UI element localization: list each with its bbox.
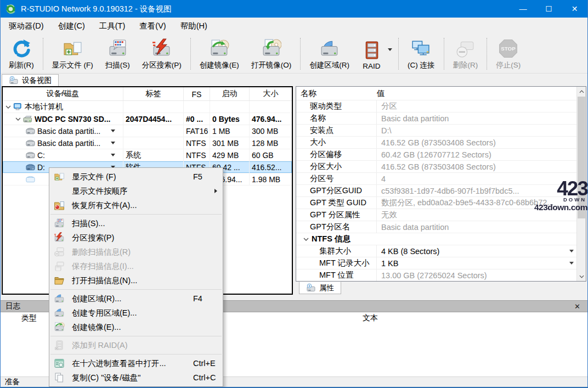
device-table-col-header[interactable]: 大小	[250, 87, 292, 100]
partition-search-icon	[151, 38, 172, 59]
property-row: 驱动类型分区	[296, 100, 586, 112]
property-name: 分区大小	[296, 161, 377, 172]
toolbar-create-image-label: 创建镜像(E)	[200, 60, 239, 70]
device-table-col-header[interactable]: FS	[184, 87, 210, 100]
toolbar-create-image-button[interactable]: 创建镜像(E)	[194, 36, 245, 71]
row-dropdown-icon[interactable]	[111, 130, 115, 132]
log-close-icon[interactable]: ✕	[572, 302, 583, 311]
menu-item-shortcut: Ctrl+C	[193, 373, 219, 382]
connect-icon	[411, 38, 431, 59]
maximize-button[interactable]: ☐	[536, 0, 562, 18]
context-menu-item-create-region[interactable]: 创建区域(R)...F4	[49, 291, 223, 306]
context-menu-item-create-image[interactable]: 创建镜像(E)...	[49, 320, 223, 334]
row-dropdown-icon[interactable]	[111, 154, 115, 156]
menu-item-label: 添加到 RAID(A)	[72, 340, 193, 351]
label-cell	[123, 137, 184, 149]
tree-row[interactable]: Basic data partiti...NTFS301 MB128 MB	[3, 137, 292, 149]
partition-icon	[26, 139, 35, 147]
label-cell: 2047D4454...	[123, 113, 184, 125]
expander-chevron-icon[interactable]	[15, 117, 21, 121]
context-menu: 显示文件 (F)F5显示文件按顺序恢复所有文件(A)...扫描(S)...分区搜…	[49, 167, 223, 387]
value-dropdown-icon[interactable]	[569, 250, 574, 252]
menubar-item-create[interactable]: 创建(C)	[51, 18, 92, 34]
property-name: GPT 类型 GUID	[296, 197, 377, 209]
property-value[interactable]: 1 KB	[377, 259, 586, 268]
toolbar-create-region-button[interactable]: 创建区域(R)	[303, 36, 355, 71]
property-name: GPT分区GUID	[296, 185, 377, 196]
tab-bar: i 设备视图	[1, 74, 587, 86]
property-name: 大小	[296, 137, 377, 148]
property-name: 名称	[296, 113, 377, 124]
scan-icon	[54, 218, 65, 229]
menu-item-label: 分区搜索(P)	[72, 233, 193, 243]
toolbar-separator	[398, 38, 399, 70]
partition-blue-icon	[26, 163, 35, 171]
scroll-down-icon[interactable]	[577, 272, 586, 281]
toolbar-open-image-button[interactable]: 打开镜像(O)	[245, 36, 298, 71]
menu-item-label: 创建区域(R)...	[72, 294, 193, 304]
menubar-item-tools[interactable]: 工具(T)	[92, 18, 133, 34]
close-button[interactable]: ✕	[562, 0, 587, 18]
toolbar-connect-button[interactable]: (C) 连接	[402, 36, 441, 71]
toolbar-partition-search-button[interactable]: 分区搜索(P)	[136, 36, 188, 71]
toolbar-raid-dropdown-arrow[interactable]	[388, 36, 395, 71]
property-name-text: GPT分区名	[310, 222, 350, 232]
menu-separator	[50, 336, 222, 336]
device-name: Basic data partiti...	[37, 139, 100, 148]
toolbar-delete-button: 删除(R)	[447, 36, 484, 71]
context-menu-item-copy[interactable]: 复制(C) "设备/磁盘"Ctrl+C	[49, 370, 223, 385]
context-menu-item-partition-search[interactable]: 分区搜索(P)	[49, 230, 223, 245]
device-table-col-header[interactable]: 标签	[123, 87, 184, 100]
menu-item-label: 扫描(S)...	[72, 218, 193, 229]
properties-col-name[interactable]: 名称	[296, 88, 377, 99]
menu-item-label: 复制(C) "设备/磁盘"	[72, 373, 193, 383]
toolbar-scan-button[interactable]: 扫描(S)	[99, 36, 136, 71]
scroll-up-icon[interactable]	[577, 87, 586, 96]
section-chevron-icon[interactable]	[303, 238, 309, 241]
toolbar-raid-button[interactable]: RAID	[355, 36, 388, 71]
tree-row[interactable]: C:系统NTFS429 MB60 GB	[3, 149, 292, 161]
property-name-text: 名称	[310, 113, 326, 123]
tree-row[interactable]: WDC PC SN730 SD...2047D4454...#0 ...0 By…	[3, 113, 292, 125]
tree-row[interactable]: 本地计算机	[3, 101, 292, 113]
toolbar-create-region-label: 创建区域(R)	[309, 60, 349, 70]
partition-search-icon	[54, 232, 65, 243]
menubar-item-drives[interactable]: 驱动器(D)	[2, 18, 51, 34]
toolbar-show-files-button[interactable]: 显示文件 (F)	[46, 36, 99, 71]
property-name-text: GPT 类型 GUID	[310, 198, 366, 208]
property-value-text: 4 KB (8 Sectors)	[381, 247, 439, 256]
toolbar-refresh-button[interactable]: 刷新(R)	[3, 36, 40, 71]
menu-item-label: 保存扫描信息(I)...	[72, 261, 193, 272]
menubar-item-help[interactable]: 帮助(H)	[173, 18, 214, 34]
tab-device-view[interactable]: i 设备视图	[2, 74, 59, 86]
context-menu-item-open-scan-info[interactable]: 打开扫描信息(N)...	[49, 273, 223, 288]
context-menu-item-create-exclusive-region[interactable]: 创建专用区域(E)...	[49, 306, 223, 320]
device-table-col-header[interactable]: 启动	[210, 87, 250, 100]
device-name: C:	[37, 151, 45, 160]
create-image-icon	[54, 322, 65, 333]
tree-row[interactable]: Basic data partiti...FAT161 MB300 MB	[3, 125, 292, 137]
property-name-text: NTFS 信息	[312, 234, 350, 244]
minimize-button[interactable]: —	[510, 0, 536, 18]
disk-icon	[23, 115, 32, 123]
context-menu-item-recover-all-files[interactable]: 恢复所有文件(A)...	[49, 198, 223, 212]
properties-header: 名称 值	[296, 87, 586, 100]
log-col-text[interactable]: 文本	[363, 312, 378, 324]
context-menu-item-show-files-sorted[interactable]: 显示文件按顺序	[49, 184, 223, 198]
tab-properties[interactable]: i 属性	[299, 282, 341, 294]
property-name: 安装点	[296, 125, 377, 136]
value-dropdown-icon[interactable]	[569, 262, 574, 265]
row-dropdown-icon[interactable]	[111, 142, 115, 144]
property-value[interactable]: 4 KB (8 Sectors)	[377, 247, 586, 256]
property-value-text: 416.52 GB (873503408 Sectors)	[381, 162, 496, 171]
context-menu-item-open-in-hex-viewer[interactable]: 在十六进制查看器中打开...Ctrl+E	[49, 356, 223, 370]
property-row: 集群大小4 KB (8 Sectors)	[296, 245, 586, 257]
context-menu-item-scan[interactable]: 扫描(S)...	[49, 216, 223, 230]
expander-chevron-icon[interactable]	[5, 105, 12, 109]
toolbar-stop-button: STOP停止(S)	[490, 36, 527, 71]
fs-cell: NTFS	[184, 149, 210, 161]
boot-cell: 429 MB	[210, 149, 250, 161]
properties-col-value[interactable]: 值	[377, 88, 385, 99]
context-menu-item-show-files[interactable]: 显示文件 (F)F5	[49, 170, 223, 184]
menubar-item-view[interactable]: 查看(V)	[132, 18, 173, 34]
